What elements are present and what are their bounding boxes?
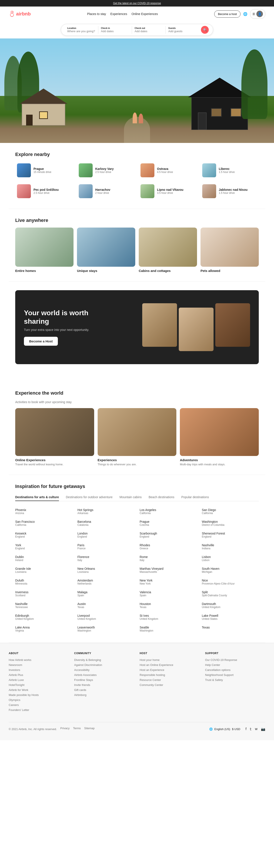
- covid-link[interactable]: Get the latest on our COVID-19 response: [113, 2, 161, 5]
- live-anywhere-item[interactable]: Unique stays: [77, 227, 135, 273]
- footer-link[interactable]: Diversity & Belonging: [74, 658, 134, 661]
- nav-places[interactable]: Places to stay: [87, 11, 106, 17]
- footer-link[interactable]: HotelTonight: [9, 683, 69, 687]
- twitter-icon[interactable]: 𝕥: [250, 727, 251, 731]
- destination-item[interactable]: Dartmouth United Kingdom: [202, 600, 259, 611]
- user-menu-btn[interactable]: ☰ 👤: [250, 9, 265, 19]
- destination-item[interactable]: St Ives United Kingdom: [140, 612, 196, 622]
- inspiration-tab[interactable]: Destinations for outdoor adventure: [66, 494, 113, 501]
- footer-link[interactable]: Our COVID-19 Response: [205, 658, 265, 661]
- footer-link[interactable]: Host an Online Experience: [140, 663, 200, 666]
- footer-link[interactable]: Responsible hosting: [140, 673, 200, 677]
- become-host-header-btn[interactable]: Become a host: [214, 10, 241, 18]
- location-input[interactable]: [67, 30, 95, 33]
- destination-item[interactable]: Florence Italy: [78, 553, 134, 563]
- destination-item[interactable]: Split Split-Dalmatia County: [202, 589, 259, 599]
- destination-item[interactable]: Los Angeles California: [140, 506, 196, 517]
- destination-item[interactable]: Nashville Tennessee: [15, 600, 72, 611]
- guests-input[interactable]: [168, 30, 196, 33]
- footer-link[interactable]: Airbnb Associates: [74, 673, 134, 677]
- nearby-item[interactable]: Pec pod Sněžkou 2.5 hour drive: [15, 183, 73, 200]
- footer-link[interactable]: Help Center: [205, 663, 265, 666]
- destination-item[interactable]: Malaga Spain: [78, 589, 134, 599]
- destination-item[interactable]: San Diego California: [202, 506, 259, 517]
- footer-link[interactable]: Invite friends: [74, 683, 134, 687]
- footer-link[interactable]: Trust & Safety: [205, 678, 265, 682]
- destination-item[interactable]: Nice Provence-Alpes-Côte d'Azur: [202, 577, 259, 587]
- checkin-input[interactable]: [101, 30, 129, 33]
- checkout-input[interactable]: [134, 30, 163, 33]
- nav-experiences[interactable]: Experiences: [111, 11, 127, 17]
- experience-item[interactable]: Online Experiences Travel the world with…: [15, 408, 94, 466]
- destination-item[interactable]: Duluth Minnesota: [15, 577, 72, 587]
- destination-item[interactable]: Dublin Ireland: [15, 553, 72, 563]
- nearby-item[interactable]: Lipno nad Vltavou 3.5 hour drive: [139, 183, 197, 200]
- destination-item[interactable]: Phoenix Arizona: [15, 506, 72, 517]
- destination-item[interactable]: York England: [15, 542, 72, 552]
- nav-online-experiences[interactable]: Online Experiences: [131, 11, 158, 17]
- live-anywhere-item[interactable]: Entire homes: [15, 227, 73, 273]
- destination-item[interactable]: Lake Anna Virginia: [15, 624, 72, 634]
- destination-item[interactable]: Valencia Spain: [140, 589, 196, 599]
- footer-link[interactable]: Made possible by Hosts: [9, 693, 69, 696]
- inspiration-tab[interactable]: Destinations for arts & culture: [15, 494, 59, 501]
- footer-bottom-link[interactable]: Privacy: [60, 726, 69, 730]
- destination-item[interactable]: Prague Czechia: [140, 518, 196, 528]
- destination-item[interactable]: Edinburgh United Kingdom: [15, 612, 72, 622]
- destination-item[interactable]: Barcelona Catalonia: [78, 518, 134, 528]
- experience-item[interactable]: Adventures Multi-day trips with meals an…: [180, 408, 259, 466]
- footer-link[interactable]: Accessibility: [74, 668, 134, 672]
- weibo-icon[interactable]: w: [255, 727, 257, 731]
- destination-item[interactable]: London England: [78, 530, 134, 540]
- destination-item[interactable]: Liverpool United Kingdom: [78, 612, 134, 622]
- destination-item[interactable]: Sherwood Forest England: [202, 530, 259, 540]
- destination-item[interactable]: Washington District of Columbia: [202, 518, 259, 528]
- destination-item[interactable]: San Francisco California: [15, 518, 72, 528]
- destination-item[interactable]: Rhodes Greece: [140, 542, 196, 552]
- destination-item[interactable]: Lake Powell United States: [202, 612, 259, 622]
- nearby-item[interactable]: Liberec 1.5 hour drive: [201, 162, 259, 179]
- footer-link[interactable]: Airbnborg: [74, 693, 134, 696]
- destination-item[interactable]: Lisbon Lisbon: [202, 553, 259, 563]
- live-anywhere-item[interactable]: Cabins and cottages: [139, 227, 197, 273]
- destination-item[interactable]: Amsterdam Netherlands: [78, 577, 134, 587]
- destination-item[interactable]: Austin Texas: [78, 600, 134, 611]
- footer-link[interactable]: Host an Experience: [140, 668, 200, 672]
- footer-link[interactable]: Frontline Stays: [74, 678, 134, 682]
- inspiration-tab[interactable]: Mountain cabins: [120, 494, 142, 501]
- destination-item[interactable]: Seattle Washington: [140, 624, 196, 634]
- destination-item[interactable]: Grande Isle Louisiana: [15, 565, 72, 575]
- destination-item[interactable]: New York New York: [140, 577, 196, 587]
- nearby-item[interactable]: Prague 15 minute drive: [15, 162, 73, 179]
- nearby-item[interactable]: Jablonec nad Nisou 1.5 hour drive: [201, 183, 259, 200]
- footer-link[interactable]: Host your home: [140, 658, 200, 661]
- destination-item[interactable]: South Haven Michigan: [202, 565, 259, 575]
- destination-item[interactable]: Keswick England: [15, 530, 72, 540]
- destination-item[interactable]: Paris France: [78, 542, 134, 552]
- footer-link[interactable]: Community Center: [140, 683, 200, 687]
- footer-link[interactable]: Newsroom: [9, 663, 69, 666]
- become-host-cta-btn[interactable]: Become a Host: [24, 337, 58, 346]
- language-btn[interactable]: 🌐: [243, 12, 247, 16]
- language-currency[interactable]: 🌐 English (US) $ USD: [209, 727, 240, 731]
- nearby-item[interactable]: Karlovy Vary 2.5 hour drive: [77, 162, 135, 179]
- destination-item[interactable]: Inverness Scotland: [15, 589, 72, 599]
- footer-link[interactable]: Airbnb Luxe: [9, 678, 69, 682]
- destination-item[interactable]: Marthas Vineyard Massachusetts: [140, 565, 196, 575]
- destination-item[interactable]: Rome Italy: [140, 553, 196, 563]
- destination-item[interactable]: Nashville Indiana: [202, 542, 259, 552]
- footer-link[interactable]: How Airbnb works: [9, 658, 69, 661]
- inspiration-tab[interactable]: Beach destinations: [149, 494, 174, 501]
- experience-item[interactable]: Experiences Things to do wherever you ar…: [98, 408, 177, 466]
- instagram-icon[interactable]: 📷: [261, 727, 265, 731]
- footer-link[interactable]: Airbnb for Work: [9, 688, 69, 691]
- nearby-item[interactable]: Ostrava 4.5 hour drive: [139, 162, 197, 179]
- footer-bottom-link[interactable]: Sitemap: [84, 726, 95, 730]
- destination-item[interactable]: Houston Texas: [140, 600, 196, 611]
- destination-item[interactable]: Hot Springs Arkansas: [78, 506, 134, 517]
- footer-link[interactable]: Gift cards: [74, 688, 134, 691]
- footer-link[interactable]: Careers: [9, 703, 69, 707]
- footer-link[interactable]: Olympics: [9, 698, 69, 702]
- footer-bottom-link[interactable]: Terms: [73, 726, 81, 730]
- footer-link[interactable]: Cancellation options: [205, 668, 265, 672]
